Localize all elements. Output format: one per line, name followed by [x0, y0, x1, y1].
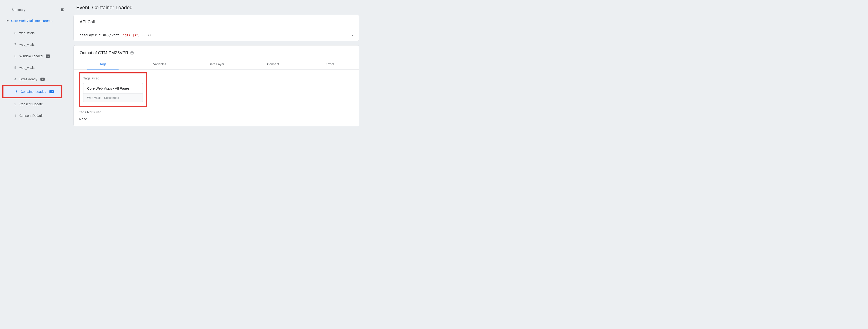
event-row-7[interactable]: 7 web_vitals: [2, 39, 69, 50]
event-row-8[interactable]: 8 web_vitals: [2, 27, 69, 39]
event-list: 8 web_vitals 7 web_vitals 6 Window Loade…: [2, 27, 69, 122]
page-title: Event: Container Loaded: [73, 2, 359, 15]
code-suffix: , ...}): [138, 33, 151, 37]
main-panel: Event: Container Loaded API Call dataLay…: [72, 0, 362, 138]
sidebar: Summary Core Web Vitals measurem… 8 web_…: [0, 0, 72, 138]
event-num: 5: [13, 66, 16, 69]
svg-rect-2: [63, 10, 64, 11]
svg-rect-1: [63, 10, 64, 10]
trash-icon: [60, 7, 65, 12]
group-label: Core Web Vitals measurem…: [11, 19, 54, 23]
fired-tag-card[interactable]: Core Web Vitals - All Pages Web Vitals -…: [83, 83, 143, 102]
event-row-3[interactable]: 3 Container Loaded <>: [3, 87, 61, 97]
event-row-5[interactable]: 5 web_vitals: [2, 62, 69, 73]
code-chip-icon: <>: [50, 90, 54, 93]
event-label: web_vitals: [20, 31, 34, 35]
fired-tag-subtitle: Web Vitals - Succeeded: [84, 94, 143, 102]
event-num: 3: [14, 90, 17, 94]
event-num: 7: [13, 43, 16, 46]
event-row-1[interactable]: 1 Consent Default: [2, 110, 69, 122]
event-label: Consent Default: [20, 114, 42, 118]
tab-label: Data Layer: [209, 62, 224, 66]
event-label: Container Loaded: [21, 90, 46, 94]
event-label: Window Loaded: [20, 54, 42, 58]
event-label: DOM Ready: [20, 77, 37, 81]
code-string: "gtm.js": [123, 33, 138, 37]
event-row-4[interactable]: 4 DOM Ready <>: [2, 73, 69, 85]
tab-label: Variables: [153, 62, 166, 66]
help-icon[interactable]: ?: [130, 51, 134, 55]
output-card: Output of GTM-PMZ5VPR ? Tags Variables D…: [73, 45, 359, 126]
code-chip-icon: <>: [40, 77, 44, 81]
event-num: 1: [13, 114, 16, 118]
api-call-card: API Call dataLayer.push({event: "gtm.js"…: [73, 15, 359, 41]
api-call-expand-row[interactable]: dataLayer.push({event: "gtm.js", ...}): [74, 29, 359, 41]
highlight-annotation-tags-fired: Tags Fired Core Web Vitals - All Pages W…: [79, 72, 147, 107]
event-label: Consent Update: [20, 102, 43, 106]
tab-panel-tags: Tags Fired Core Web Vitals - All Pages W…: [74, 69, 359, 126]
api-call-code: dataLayer.push({event: "gtm.js", ...}): [80, 33, 151, 37]
tab-label: Consent: [267, 62, 279, 66]
event-num: 2: [13, 102, 16, 106]
output-heading: Output of GTM-PMZ5VPR: [80, 51, 128, 56]
tab-variables[interactable]: Variables: [131, 59, 188, 69]
caret-down-icon: [6, 20, 9, 22]
code-prefix: dataLayer.push({event:: [80, 33, 123, 37]
tab-label: Tags: [100, 62, 106, 66]
output-tabs: Tags Variables Data Layer Consent Errors: [74, 59, 359, 69]
event-label: web_vitals: [20, 43, 34, 46]
tags-fired-label: Tags Fired: [83, 76, 143, 80]
event-row-2[interactable]: 2 Consent Update: [2, 98, 69, 110]
output-heading-row: Output of GTM-PMZ5VPR ?: [74, 45, 359, 58]
event-row-6[interactable]: 6 Window Loaded <>: [2, 50, 69, 62]
tags-not-fired-value: None: [79, 117, 354, 121]
event-num: 8: [13, 31, 16, 35]
fired-tag-title: Core Web Vitals - All Pages: [84, 83, 143, 94]
tab-consent[interactable]: Consent: [245, 59, 301, 69]
event-num: 6: [13, 54, 16, 58]
svg-rect-0: [63, 9, 64, 9]
api-call-heading: API Call: [74, 15, 359, 29]
highlight-annotation-sidebar: 3 Container Loaded <>: [2, 85, 62, 98]
event-label: web_vitals: [20, 66, 34, 69]
event-num: 4: [13, 77, 16, 81]
chevron-down-icon: [350, 33, 355, 38]
tab-tags[interactable]: Tags: [75, 59, 131, 69]
tab-label: Errors: [326, 62, 334, 66]
code-chip-icon: <>: [46, 55, 50, 58]
tab-data-layer[interactable]: Data Layer: [188, 59, 245, 69]
tags-not-fired-label: Tags Not Fired: [79, 110, 354, 114]
clear-icon-button[interactable]: [60, 7, 65, 12]
sidebar-group-core-web-vitals[interactable]: Core Web Vitals measurem…: [2, 16, 69, 27]
tab-errors[interactable]: Errors: [302, 59, 358, 69]
summary-row[interactable]: Summary: [2, 5, 69, 16]
summary-label: Summary: [11, 8, 25, 11]
